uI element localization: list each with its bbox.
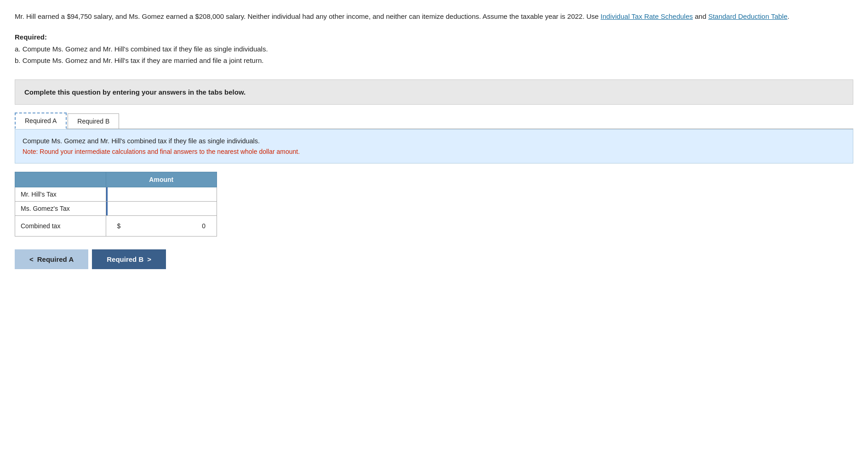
individual-tax-rate-link[interactable]: Individual Tax Rate Schedules [600,12,693,20]
btn-b-label: Required B [107,255,143,263]
instruction-text: Complete this question by entering your … [24,88,246,96]
btn-a-arrow-icon: < [29,255,34,263]
mr-hill-tax-input[interactable] [106,187,217,201]
combined-tax-label: Combined tax [15,216,106,237]
table-header-empty [15,172,106,187]
mr-hill-tax-input-cell [106,187,217,202]
combined-tax-value-cell: $ 0 [106,216,217,237]
intro-text-part3: . [788,12,789,20]
dollar-sign: $ [117,222,121,230]
table-container: Amount Mr. Hill's Tax Ms. Gome [15,172,853,237]
standard-deduction-link[interactable]: Standard Deduction Table [708,12,787,20]
table-row: Ms. Gomez's Tax [15,202,217,216]
nav-buttons: < Required A Required B > [15,249,853,269]
intro-text-part2: and [693,12,708,20]
btn-a-label: Required A [37,255,74,263]
required-label: Required: [15,33,47,41]
combined-tax-value: 0 [202,222,206,230]
required-b-button[interactable]: Required B > [92,249,166,269]
tax-table: Amount Mr. Hill's Tax Ms. Gome [15,172,217,237]
required-item-a: a. Compute Ms. Gomez and Mr. Hill's comb… [15,43,853,55]
tab-content-wrapper: Compute Ms. Gomez and Mr. Hill's combine… [15,129,853,237]
ms-gomez-tax-input[interactable] [106,202,217,215]
btn-b-arrow-icon: > [147,255,151,263]
required-item-b: b. Compute Ms. Gomez and Mr. Hill's tax … [15,55,853,67]
intro-text-part1: Mr. Hill earned a $94,750 salary, and Ms… [15,12,600,20]
instruction-box: Complete this question by entering your … [15,79,853,105]
table-header-amount: Amount [106,172,217,187]
tab-description: Compute Ms. Gomez and Mr. Hill's combine… [23,136,845,147]
tab-content-header: Compute Ms. Gomez and Mr. Hill's combine… [15,129,853,164]
ms-gomez-tax-input-cell [106,202,217,216]
required-section: Required: a. Compute Ms. Gomez and Mr. H… [15,31,853,67]
tab-note: Note: Round your intermediate calculatio… [23,147,845,157]
table-row: Combined tax $ 0 [15,216,217,237]
tabs-area: Required A Required B Compute Ms. Gomez … [15,112,853,237]
tab-required-b[interactable]: Required B [68,113,119,129]
intro-paragraph: Mr. Hill earned a $94,750 salary, and Ms… [15,11,853,22]
ms-gomez-tax-label: Ms. Gomez's Tax [15,202,106,216]
table-row: Mr. Hill's Tax [15,187,217,202]
tab-required-a[interactable]: Required A [15,113,67,129]
mr-hill-tax-label: Mr. Hill's Tax [15,187,106,202]
tabs-row: Required A Required B [15,112,853,129]
required-a-button[interactable]: < Required A [15,249,88,269]
